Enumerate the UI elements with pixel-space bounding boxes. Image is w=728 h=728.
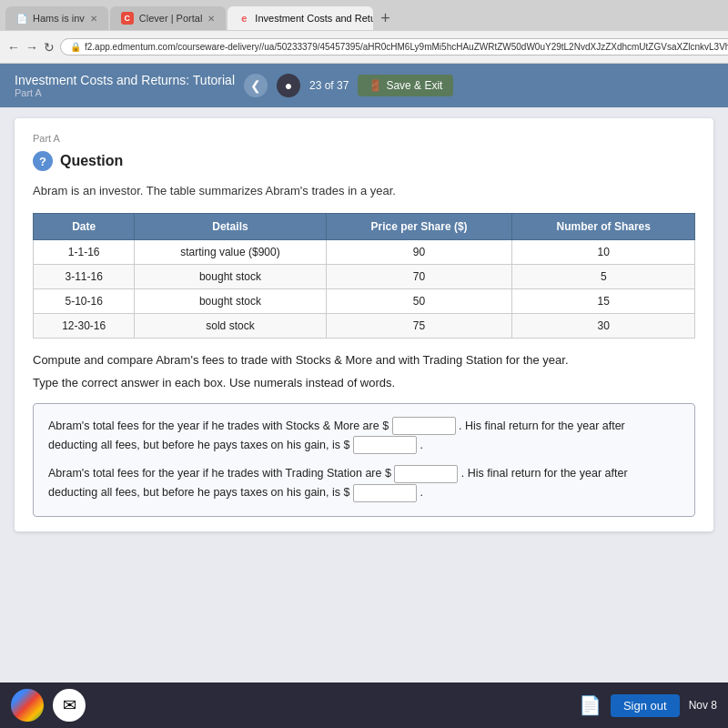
save-exit-label: Save & Exit [386, 79, 442, 92]
cell-date-2: 3-11-16 [34, 264, 135, 288]
cell-price-3: 50 [326, 288, 512, 313]
page-counter: 23 of 37 [309, 79, 349, 92]
cell-price-2: 70 [326, 264, 512, 288]
answer-box: Abram's total fees for the year if he tr… [33, 403, 695, 517]
answer-row2-end: . [420, 486, 422, 499]
trading-station-fees-input[interactable] [394, 465, 458, 483]
question-icon: ? [33, 151, 53, 171]
table-row: 3-11-16 bought stock 70 5 [34, 264, 695, 288]
tab-hams[interactable]: 📄 Hams is inv ✕ [5, 6, 108, 30]
tab-favicon-hams: 📄 [16, 13, 27, 24]
cell-shares-2: 5 [512, 264, 695, 288]
lock-icon: 🔒 [70, 42, 81, 52]
answer-row1-end: . [420, 439, 422, 451]
tab-clever[interactable]: C Clever | Portal ✕ [110, 6, 227, 30]
chrome-icon[interactable] [11, 689, 44, 722]
forward-button[interactable]: → [25, 37, 38, 57]
cell-date-4: 12-30-16 [34, 313, 135, 338]
answer-row-1: Abram's total fees for the year if he tr… [48, 417, 680, 456]
stocks-more-return-input[interactable] [353, 436, 417, 454]
header-title: Investment Costs and Returns: Tutorial [15, 73, 235, 87]
browser-chrome: 📄 Hams is inv ✕ C Clever | Portal ✕ e In… [0, 0, 728, 64]
main-content: Part A ? Question Abram is an investor. … [15, 118, 713, 531]
instruction-2: Type the correct answer in each box. Use… [33, 374, 695, 392]
table-row: 5-10-16 bought stock 50 15 [34, 288, 695, 313]
stocks-more-fees-input[interactable] [392, 417, 456, 435]
col-header-details: Details [135, 213, 326, 239]
gmail-icon[interactable]: ✉ [53, 689, 86, 722]
col-header-shares: Number of Shares [512, 213, 695, 239]
taskbar-right: 📄 Sign out Nov 8 [579, 694, 717, 717]
part-label: Part A [33, 133, 695, 144]
cell-shares-3: 15 [512, 288, 695, 313]
col-header-date: Date [34, 213, 135, 239]
page-content: Investment Costs and Returns: Tutorial P… [0, 64, 728, 682]
tab-label-hams: Hams is inv [33, 13, 85, 24]
url-box[interactable]: 🔒 f2.app.edmentum.com/courseware-deliver… [60, 38, 728, 56]
question-intro: Abram is an investor. The table summariz… [33, 182, 695, 200]
col-header-price: Price per Share ($) [326, 213, 512, 239]
taskbar-doc-icon: 📄 [579, 694, 602, 716]
tab-label-investment: Investment Costs and Returns: T [255, 13, 373, 24]
question-header: ? Question [33, 151, 695, 171]
cell-details-1: starting value ($900) [135, 239, 326, 264]
sign-out-button[interactable]: Sign out [611, 694, 680, 717]
table-row: 1-1-16 starting value ($900) 90 10 [34, 239, 695, 264]
profile-button[interactable]: ● [277, 74, 300, 97]
edmentum-header: Investment Costs and Returns: Tutorial P… [0, 64, 728, 107]
answer-row1-pre: Abram's total fees for the year if he tr… [48, 420, 389, 432]
cell-price-4: 75 [326, 313, 512, 338]
cell-details-2: bought stock [135, 264, 326, 288]
cell-details-3: bought stock [135, 288, 326, 313]
prev-button[interactable]: ❮ [244, 74, 268, 97]
tab-investment[interactable]: e Investment Costs and Returns: T ✕ [228, 6, 373, 30]
tab-bar: 📄 Hams is inv ✕ C Clever | Portal ✕ e In… [0, 0, 728, 31]
table-header-row: Date Details Price per Share ($) Number … [34, 213, 695, 239]
header-subtitle: Part A [15, 87, 235, 98]
header-nav: ❮ ● 23 of 37 🚪 Save & Exit [244, 74, 453, 97]
answer-row1-post: deducting all fees, but before he pays t… [48, 439, 349, 451]
header-title-block: Investment Costs and Returns: Tutorial P… [15, 73, 235, 98]
answer-row2-post: deducting all fees, but before he pays t… [48, 486, 349, 499]
save-exit-icon: 🚪 [369, 79, 382, 92]
tab-close-clever[interactable]: ✕ [207, 14, 215, 24]
refresh-button[interactable]: ↻ [44, 37, 55, 57]
cell-details-4: sold stock [135, 313, 326, 338]
url-text: f2.app.edmentum.com/courseware-delivery/… [85, 42, 728, 52]
question-title: Question [60, 153, 123, 169]
answer-row2-pre: Abram's total fees for the year if he tr… [48, 467, 391, 480]
trading-station-return-input[interactable] [353, 484, 417, 502]
tab-label-clever: Clever | Portal [139, 13, 203, 24]
instruction-1: Compute and compare Abram's fees to trad… [33, 351, 695, 369]
save-exit-button[interactable]: 🚪 Save & Exit [358, 75, 453, 96]
cell-date-3: 5-10-16 [34, 288, 135, 313]
tab-close-hams[interactable]: ✕ [90, 14, 97, 24]
cell-date-1: 1-1-16 [34, 239, 135, 264]
new-tab-button[interactable]: + [375, 10, 396, 26]
address-bar: ← → ↻ 🔒 f2.app.edmentum.com/courseware-d… [0, 31, 728, 64]
cell-shares-1: 10 [512, 239, 695, 264]
table-row: 12-30-16 sold stock 75 30 [34, 313, 695, 338]
taskbar-date: Nov 8 [689, 699, 717, 712]
answer-row-2: Abram's total fees for the year if he tr… [48, 464, 680, 503]
trade-table: Date Details Price per Share ($) Number … [33, 213, 695, 339]
tab-favicon-clever: C [121, 12, 134, 25]
question-icon-text: ? [39, 155, 46, 168]
taskbar: ✉ 📄 Sign out Nov 8 [0, 682, 728, 728]
answer-row2-mid: . His final return for the year after [461, 467, 628, 480]
answer-row1-mid: . His final return for the year after [459, 420, 625, 432]
tab-favicon-investment: e [238, 13, 249, 24]
cell-shares-4: 30 [512, 313, 695, 338]
cell-price-1: 90 [326, 239, 512, 264]
back-button[interactable]: ← [7, 37, 20, 57]
